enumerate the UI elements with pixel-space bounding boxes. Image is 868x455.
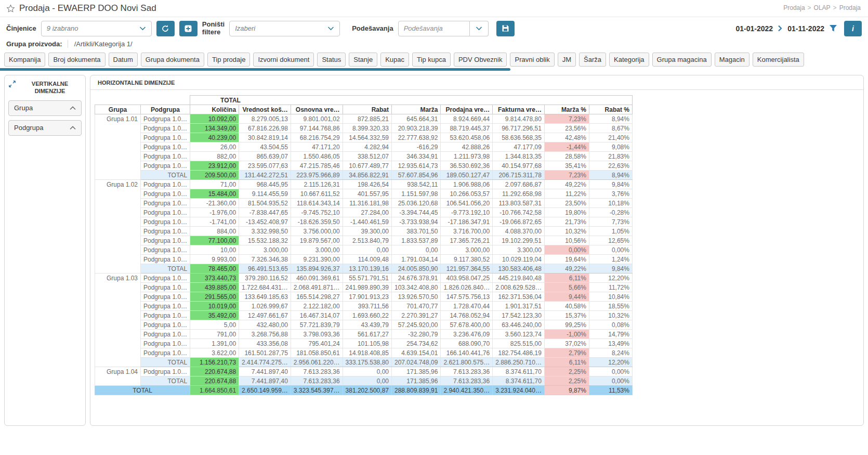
cell-vrednost-kosa: 3.268.756,88	[239, 330, 291, 339]
facts-select[interactable]: 9 izabrano	[41, 21, 152, 36]
cell-marza-pct: 21,73%	[544, 217, 589, 227]
cell-osnovna-vrednost: 47.171,20	[291, 142, 343, 152]
dimension-tab-tip-kupca[interactable]: Tip kupca	[412, 53, 451, 67]
cell-rabat-pct: 8,67%	[589, 124, 632, 133]
cell-rabat-pct: 8,24%	[589, 348, 632, 358]
refresh-button[interactable]	[156, 21, 175, 36]
cell-podgrupa: Podgrupa 1.0…	[141, 245, 190, 255]
table-row: Podgrupa 1.0…-21.360,0081.504.935,52118.…	[95, 199, 633, 208]
cell-podgrupa: Podgrupa 1.0…	[141, 142, 190, 152]
cell-prodajna-vrednost: 36.530.692,36	[441, 161, 493, 171]
cell-rabat-pct: 1,05%	[589, 227, 632, 236]
cell-rabat-pct: 10,84%	[589, 292, 632, 302]
cell-marza-pct: 35,41%	[544, 161, 589, 171]
cell-fakturna-vrednost: 58.636.568,35	[493, 133, 545, 142]
breadcrumb-current[interactable]: Prodaja	[839, 4, 861, 11]
vertical-dimension-grupa[interactable]: Grupa	[8, 100, 82, 116]
cell-rabat-pct: 9,08%	[589, 142, 632, 152]
cell-rabat-pct: 11,53%	[589, 386, 632, 395]
cell-marza: 13.926.570,50	[391, 292, 440, 302]
cell-rabat-pct: 9,84%	[589, 180, 632, 189]
dimension-tab-kupac[interactable]: Kupac	[380, 53, 409, 67]
column-header-grupa: Grupa	[95, 105, 141, 114]
table-row: Podgrupa 1.0…77.100,0015.532.188,3219.87…	[95, 236, 633, 245]
cell-osnovna-vrednost: 2.122.182,00	[291, 302, 343, 311]
dimension-tab-jm[interactable]: JM	[558, 53, 576, 67]
cell-prodajna-vrednost: 688.090,70	[441, 339, 493, 348]
total-row-label: TOTAL	[141, 376, 190, 386]
cell-rabat: 381.202.500,87	[343, 386, 391, 395]
cell-osnovna-vrednost: 3.798.093,36	[291, 330, 343, 339]
dimension-tab-kategorija[interactable]: Kategorija	[609, 53, 649, 67]
cell-vrednost-kosa: 433.356,08	[239, 339, 291, 348]
cell-prodajna-vrednost: 53.620.458,06	[441, 133, 493, 142]
table-row: Podgrupa 1.0…439.885,001.722.684.431…2.0…	[95, 283, 633, 292]
dimension-tab-pravni-oblik[interactable]: Pravni oblik	[510, 53, 554, 67]
expand-icon[interactable]	[8, 80, 16, 88]
cell-rabat: 11.316.181,98	[343, 199, 391, 208]
cell-osnovna-vrednost: 7.613.283,36	[291, 367, 343, 376]
column-header-rabat: Rabat	[343, 105, 391, 114]
cell-podgrupa: Podgrupa 1.0…	[141, 199, 190, 208]
cell-marza: -3.733.938,94	[391, 217, 440, 227]
cell-fakturna-vrednost: 10.029.119,04	[493, 255, 545, 264]
cell-rabat: 0,00	[343, 367, 391, 376]
dimension-tab-grupa-magacina[interactable]: Grupa magacina	[652, 53, 712, 67]
dimension-tab-tip-prodaje[interactable]: Tip prodaje	[207, 53, 251, 67]
dimension-tab-kompanija[interactable]: Kompanija	[4, 53, 45, 67]
cell-rabat-pct: 8,94%	[589, 114, 632, 124]
breadcrumb-olap[interactable]: OLAP	[814, 4, 831, 11]
dimension-tab-stanje[interactable]: Stanje	[349, 53, 377, 67]
dimension-tab-status[interactable]: Status	[317, 53, 346, 67]
cell-fakturna-vrednost: 9.814.478,80	[493, 114, 545, 124]
cell-podgrupa: Podgrupa 1.0…	[141, 180, 190, 189]
favorite-star-icon[interactable]	[6, 4, 15, 13]
cell-marza: 24.005.850,90	[391, 264, 440, 274]
dimension-tab-pdv-obveznik[interactable]: PDV Obveznik	[454, 53, 507, 67]
cell-osnovna-vrednost: 3.756.000,00	[291, 227, 343, 236]
cell-fakturna-vrednost: 17.542.123,30	[493, 311, 545, 320]
dimension-tab-komercijalista[interactable]: Komercijalista	[753, 53, 804, 67]
dimension-tab-magacin[interactable]: Magacin	[715, 53, 749, 67]
choose-select[interactable]: Izaberi	[229, 21, 340, 36]
cell-rabat: 10.677.489,77	[343, 161, 391, 171]
table-row: Podgrupa 1.0…-1.741,00-13.452.408,97-18.…	[95, 217, 633, 227]
settings-dropdown-toggle[interactable]	[470, 21, 489, 36]
date-from[interactable]: 01-01-2022	[736, 24, 773, 33]
reset-filters-line2: filtere	[202, 29, 225, 36]
save-settings-button[interactable]	[496, 21, 515, 36]
dimension-tab-ar-a[interactable]: Šarža	[579, 53, 606, 67]
dimension-tab-izvorni-dokument[interactable]: Izvorni dokument	[253, 53, 314, 67]
info-button[interactable]: i	[844, 21, 862, 36]
add-button[interactable]	[179, 21, 198, 36]
dimension-tab-grupa-dokumenta[interactable]: Grupa dokumenta	[141, 53, 204, 67]
table-row: Podgrupa 1.0…10.019,001.026.999,672.122.…	[95, 302, 633, 311]
date-to[interactable]: 01-11-2022	[787, 24, 824, 33]
cell-prodajna-vrednost: -17.186.347,91	[441, 217, 493, 227]
cell-osnovna-vrednost: 223.975.966,89	[291, 171, 343, 180]
table-row: Podgrupa 1.0…3.622,00161.501.287,75181.0…	[95, 348, 633, 358]
header-spacer	[95, 96, 190, 105]
cell-podgrupa: Podgrupa 1.0…	[141, 133, 190, 142]
dimension-tab-datum[interactable]: Datum	[109, 53, 138, 67]
cell-kolicina: 291.565,00	[190, 292, 239, 302]
reset-filters-button[interactable]: Poništi filtere	[202, 21, 225, 36]
vertical-dimension-podgrupa[interactable]: Podgrupa	[8, 120, 82, 136]
cell-kolicina: -1.741,00	[190, 217, 239, 227]
cell-kolicina: 77.100,00	[190, 236, 239, 245]
cell-osnovna-vrednost: 9.231.390,00	[291, 255, 343, 264]
cell-fakturna-vrednost: 3.300,00	[493, 245, 545, 255]
cell-kolicina: 1.664.850,61	[190, 386, 239, 395]
filter-icon[interactable]	[829, 24, 837, 32]
dimension-tab-broj-dokumenta[interactable]: Broj dokumenta	[48, 53, 105, 67]
cell-kolicina: 40.239,00	[190, 133, 239, 142]
cell-prodajna-vrednost: 3.236.476,09	[441, 330, 493, 339]
cell-prodajna-vrednost: 121.957.364,55	[441, 264, 493, 274]
cell-vrednost-kosa: 12.497.661,67	[239, 311, 291, 320]
breadcrumb-prodaja[interactable]: Prodaja	[783, 4, 805, 11]
cell-rabat-pct: 7,73%	[589, 217, 632, 227]
settings-input[interactable]	[398, 21, 470, 36]
cell-prodajna-vrednost: 1.728.470,44	[441, 302, 493, 311]
cell-rabat: -1.440.461,59	[343, 217, 391, 227]
cell-kolicina: 220.674,88	[190, 376, 239, 386]
